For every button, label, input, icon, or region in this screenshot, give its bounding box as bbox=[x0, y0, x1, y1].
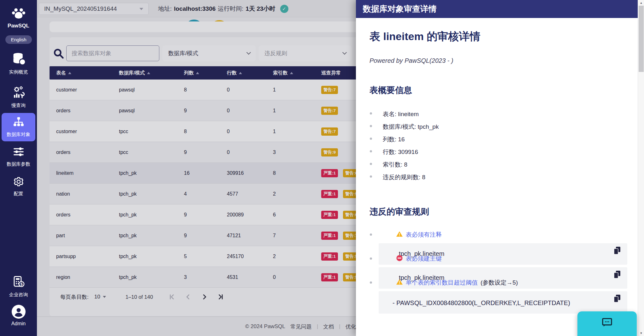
gears-chart-icon bbox=[12, 86, 25, 100]
rule-suffix: (参数设定→5) bbox=[481, 279, 518, 287]
summary-list: 表名: lineitem数据库/模式: tpch_pk列数: 16行数: 309… bbox=[365, 110, 627, 186]
svg-text:$: $ bbox=[20, 282, 22, 286]
rule-link[interactable]: 单个表的索引数目超过阈值 bbox=[406, 279, 478, 287]
rule-head: 表必须有注释 bbox=[379, 231, 627, 239]
sidebar-item-enterprise-consulting[interactable]: $ 企业咨询 bbox=[0, 275, 37, 298]
chat-bubble-icon bbox=[600, 316, 614, 329]
database-icon bbox=[12, 52, 26, 67]
scrollbar-down-arrow[interactable]: ▼ bbox=[638, 330, 644, 336]
rule-item: 表必须有注释tpch_pk.lineitem bbox=[365, 231, 627, 243]
sitemap-icon bbox=[13, 116, 25, 129]
sidebar-item-label: 配置 bbox=[14, 191, 23, 197]
summary-item: 违反的规则数: 8 bbox=[369, 173, 627, 186]
rule-object-name: - PAWSQL_IDX0084802800(L_ORDERKEY,L_RECE… bbox=[393, 299, 618, 307]
rule-head: 单个表的索引数目超过阈值(参数设定→5) bbox=[379, 279, 627, 287]
sidebar-item-label: 数据库对象 bbox=[7, 132, 30, 138]
sidebar-item-label: 企业咨询 bbox=[9, 292, 28, 298]
sidebar-item-label: 数据库参数 bbox=[7, 161, 30, 167]
pawsql-app: PawSQL English 实例概览 慢查询 bbox=[0, 0, 644, 336]
sidebar-item-admin[interactable]: Admin bbox=[0, 305, 37, 327]
sidebar-item-settings[interactable]: 配置 bbox=[0, 176, 37, 197]
calculator-dollar-icon: $ bbox=[12, 275, 25, 290]
sidebar-item-label: Admin bbox=[11, 321, 26, 327]
forbidden-icon bbox=[396, 255, 403, 263]
copy-icon[interactable] bbox=[613, 270, 621, 279]
summary-item: 索引数: 8 bbox=[369, 161, 627, 173]
paw-logo-icon bbox=[12, 8, 25, 21]
rule-head: 表必须建主键 bbox=[379, 255, 627, 263]
copy-icon[interactable] bbox=[613, 294, 621, 303]
page-scrollbar[interactable]: ▲ ▼ bbox=[638, 0, 644, 336]
sidebar-item-database-parameters[interactable]: 数据库参数 bbox=[0, 146, 37, 167]
app-logo-label: PawSQL bbox=[8, 23, 29, 29]
rule-item: 表必须建主键tpch_pk.lineitem bbox=[365, 255, 627, 267]
sliders-icon bbox=[13, 146, 25, 159]
summary-item: 行数: 309916 bbox=[369, 148, 627, 161]
rules-section-title: 违反的审查规则 bbox=[369, 206, 627, 217]
rules-list: 表必须有注释tpch_pk.lineitem表必须建主键tpch_pk.line… bbox=[365, 231, 627, 291]
language-toggle-button[interactable]: English bbox=[5, 35, 32, 44]
app-logo: PawSQL bbox=[0, 8, 37, 29]
gear-icon bbox=[13, 176, 24, 189]
sidebar: PawSQL English 实例概览 慢查询 bbox=[0, 0, 37, 336]
rule-item: 单个表的索引数目超过阈值(参数设定→5)- PAWSQL_IDX00848028… bbox=[365, 279, 627, 291]
sidebar-item-slow-queries[interactable]: 慢查询 bbox=[0, 86, 37, 109]
powered-by-text: Powered by PawSQL(2023 - ) bbox=[369, 57, 627, 64]
summary-section-title: 表概要信息 bbox=[369, 85, 627, 96]
copy-icon[interactable] bbox=[613, 246, 621, 255]
sidebar-item-instance-overview[interactable]: 实例概览 bbox=[0, 52, 37, 75]
sidebar-item-label: 慢查询 bbox=[11, 103, 26, 109]
sidebar-item-label: 实例概览 bbox=[9, 69, 28, 75]
review-detail-drawer: 数据库对象审查详情 表 lineitem 的审核详情 Powered by Pa… bbox=[356, 0, 638, 336]
warning-icon bbox=[396, 279, 403, 287]
summary-item: 表名: lineitem bbox=[369, 110, 627, 123]
chat-widget-button[interactable] bbox=[577, 311, 637, 336]
drawer-title: 表 lineitem 的审核详情 bbox=[369, 29, 627, 44]
drawer-header: 数据库对象审查详情 bbox=[356, 0, 638, 18]
rule-code-block: - PAWSQL_IDX0084802800(L_ORDERKEY,L_RECE… bbox=[379, 291, 627, 314]
summary-item: 列数: 16 bbox=[369, 135, 627, 148]
rule-link[interactable]: 表必须有注释 bbox=[406, 231, 442, 239]
warning-icon bbox=[396, 231, 403, 239]
user-avatar-icon bbox=[12, 305, 26, 319]
scrollbar-up-arrow[interactable]: ▲ bbox=[638, 0, 644, 6]
rule-link[interactable]: 表必须建主键 bbox=[406, 255, 442, 263]
dim-overlay bbox=[37, 0, 356, 336]
sidebar-item-database-objects[interactable]: 数据库对象 bbox=[2, 113, 35, 141]
summary-item: 数据库/模式: tpch_pk bbox=[369, 123, 627, 135]
scrollbar-thumb[interactable] bbox=[639, 6, 644, 72]
